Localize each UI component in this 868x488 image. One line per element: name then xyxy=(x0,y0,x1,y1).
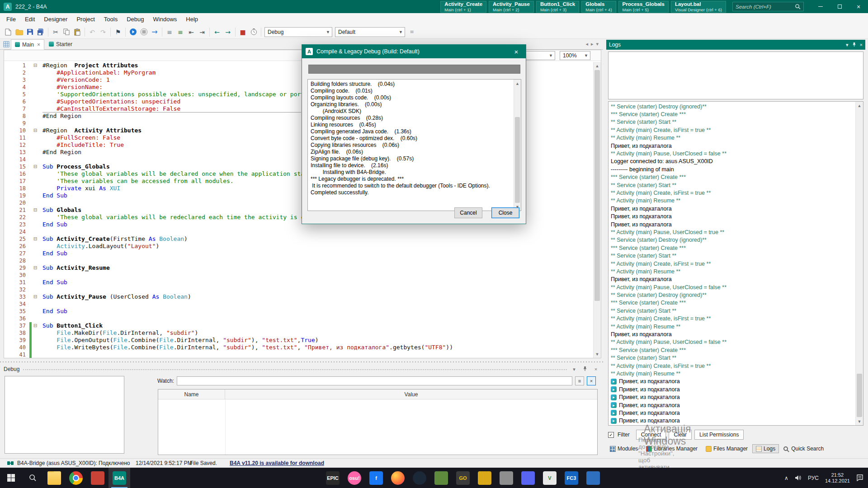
panel-tab-quick-search[interactable]: Quick Search xyxy=(780,444,827,453)
taskbar-app-fc3[interactable]: FC3 xyxy=(561,468,582,488)
log-entry[interactable]: Привет, из подкаталога xyxy=(611,212,855,220)
menu-file[interactable]: File xyxy=(2,14,20,24)
code-line[interactable]: 41 xyxy=(4,351,593,358)
dialog-close-icon[interactable]: × xyxy=(507,45,526,58)
code-line[interactable]: 25⊟Sub Activity_Create(FirstTime As Bool… xyxy=(4,235,593,243)
taskbar-app-b4a[interactable]: B4A xyxy=(108,468,130,488)
paste-icon[interactable] xyxy=(72,27,83,38)
filter-checkbox[interactable]: ✓ xyxy=(608,432,614,438)
notification-center-icon[interactable] xyxy=(856,474,863,481)
taskbar-app-steam[interactable] xyxy=(409,468,430,488)
scrollbar-thumb[interactable] xyxy=(515,117,520,203)
logs-panel-header[interactable]: Logs ▾ × xyxy=(606,40,865,50)
scroll-down-icon[interactable]: ▼ xyxy=(856,418,863,425)
log-entry[interactable]: Привет, из подкаталога xyxy=(611,221,855,228)
clear-button[interactable]: Clear xyxy=(669,430,692,440)
cancel-button[interactable]: Cancel xyxy=(454,207,482,218)
log-entry[interactable]: ** Service (starter) Destroy (ignored)** xyxy=(611,236,855,244)
taskbar-search-button[interactable] xyxy=(22,468,43,488)
menu-debug[interactable]: Debug xyxy=(122,14,148,24)
maximize-button[interactable] xyxy=(830,0,849,13)
taskbar-app-firefox[interactable] xyxy=(387,468,409,488)
scroll-up-icon[interactable]: ▲ xyxy=(514,80,521,87)
close-icon[interactable]: × xyxy=(860,42,863,47)
logs-vertical-scrollbar[interactable]: ▲ ▼ xyxy=(855,102,863,425)
menu-windows[interactable]: Windows xyxy=(149,14,182,24)
log-entry[interactable]: ** Activity (main) Pause, UserClosed = f… xyxy=(611,283,855,291)
watch-clear-icon[interactable]: × xyxy=(587,376,596,385)
horizontal-splitter[interactable] xyxy=(0,360,603,364)
log-entry[interactable]: ** Activity (main) Pause, UserClosed = f… xyxy=(611,338,855,346)
zoom-select[interactable]: 100% ▼ xyxy=(560,51,590,60)
tray-clock[interactable]: 21:52 14.12.2021 xyxy=(825,472,850,484)
start-button[interactable] xyxy=(0,468,22,488)
log-entry[interactable]: ** Service (starter) Destroy (ignored)** xyxy=(611,103,855,110)
fold-icon[interactable]: ⊟ xyxy=(32,235,39,243)
quick-button-layout.bal[interactable]: Layout.balVisual Designer (ctrl + 6) xyxy=(671,1,726,13)
taskbar-app-app-v[interactable]: V xyxy=(539,468,561,488)
log-entry[interactable]: ** Activity (main) Resume ** xyxy=(611,323,855,330)
log-entry[interactable]: ** Activity (main) Resume ** xyxy=(611,370,855,377)
taskbar-app-app-gray[interactable] xyxy=(495,468,517,488)
code-line[interactable]: 33⊟Sub Activity_Pause (UserClosed As Boo… xyxy=(4,293,593,300)
outdent-icon[interactable]: ⇤ xyxy=(186,27,197,38)
log-entry[interactable]: Logger connected to: asus ASUS_X00ID xyxy=(611,158,855,165)
log-entry[interactable]: ▸Привет, из подкаталога xyxy=(611,401,855,409)
tab-main[interactable]: Main× xyxy=(11,39,44,50)
watch-input[interactable] xyxy=(177,376,572,385)
update-link[interactable]: B4A v11.20 is available for download xyxy=(230,460,324,466)
fold-icon[interactable]: ⊟ xyxy=(32,62,39,69)
menu-project[interactable]: Project xyxy=(72,14,99,24)
close-button[interactable]: Close xyxy=(491,207,519,218)
column-header-name[interactable]: Name xyxy=(158,389,225,399)
language-indicator[interactable]: РУС xyxy=(808,475,819,481)
fold-icon[interactable]: ⊟ xyxy=(32,322,39,329)
navigate-back-icon[interactable]: ← xyxy=(212,27,222,38)
log-entry[interactable]: ** Activity (main) Create, isFirst = tru… xyxy=(611,126,855,134)
taskbar-app-file-explorer[interactable] xyxy=(43,468,65,488)
save-all-icon[interactable] xyxy=(35,27,46,38)
indent-icon[interactable]: ⇥ xyxy=(197,27,208,38)
code-line[interactable]: 26 Activity.LoadLayout("Layout") xyxy=(4,243,593,250)
log-entry[interactable]: ** Service (starter) Destroy (ignored)** xyxy=(611,291,855,299)
tab-scroll-left-icon[interactable]: ◂ xyxy=(585,41,588,47)
stop-icon[interactable]: ■ xyxy=(237,27,248,38)
log-entry[interactable]: *** Service (starter) Create *** xyxy=(611,346,855,354)
log-entry[interactable]: *** Service (starter) Create *** xyxy=(611,299,855,307)
panel-tab-libraries-manager[interactable]: Libraries Manager xyxy=(642,444,701,453)
build-configuration-select[interactable]: Debug ▼ xyxy=(264,27,332,37)
log-entry[interactable]: ** Activity (main) Pause, UserClosed = f… xyxy=(611,150,855,157)
log-entry[interactable]: --------- beginning of main xyxy=(611,165,855,173)
tab-scroll-right-icon[interactable]: ▸ xyxy=(591,41,594,47)
module-list-icon[interactable] xyxy=(2,40,11,49)
log-entry[interactable]: ** Service (starter) Start ** xyxy=(611,307,855,314)
fold-icon[interactable]: ⊟ xyxy=(32,264,39,272)
log-entry[interactable]: ** Service (starter) Start ** xyxy=(611,181,855,189)
scroll-up-icon[interactable]: ▲ xyxy=(594,62,601,70)
speaker-icon[interactable] xyxy=(795,475,802,481)
log-entry[interactable]: Привет, из подкаталога xyxy=(611,205,855,212)
layout-variant-select[interactable]: Default ▼ xyxy=(335,27,405,37)
bookmark-icon[interactable]: ⚑ xyxy=(113,27,123,38)
close-button[interactable]: × xyxy=(849,0,868,13)
log-entry[interactable]: ** Activity (main) Create, isFirst = tru… xyxy=(611,362,855,370)
log-entry[interactable]: ▸Привет, из подкаталога xyxy=(611,378,855,385)
code-line[interactable]: 40 File.WriteBytes(File.Combine(File.Dir… xyxy=(4,344,593,351)
fold-icon[interactable]: ⊟ xyxy=(32,206,39,214)
watch-list-icon[interactable]: ≡ xyxy=(575,376,584,385)
editor-vertical-scrollbar[interactable]: ▲ ▼ xyxy=(593,62,601,358)
search-input[interactable] xyxy=(736,4,795,9)
save-icon[interactable] xyxy=(24,27,35,38)
format-code-icon[interactable]: ≡ xyxy=(164,27,175,38)
chevron-down-icon[interactable]: ▾ xyxy=(846,42,849,48)
run-icon[interactable] xyxy=(127,27,138,38)
panel-tab-files-manager[interactable]: Files Manager xyxy=(702,444,751,453)
column-header-value[interactable]: Value xyxy=(225,389,597,399)
menu-help[interactable]: Help xyxy=(181,14,203,24)
menu-edit[interactable]: Edit xyxy=(20,14,39,24)
taskbar-app-app-monitor[interactable] xyxy=(582,468,604,488)
quick-button-process_globals[interactable]: Process_GlobalsMain (ctrl + 5) xyxy=(618,1,669,13)
taskbar-app-app-red[interactable] xyxy=(87,468,108,488)
log-entry[interactable]: *** Service (starter) Create *** xyxy=(611,110,855,118)
dialog-vertical-scrollbar[interactable]: ▲ ▼ xyxy=(514,80,521,211)
